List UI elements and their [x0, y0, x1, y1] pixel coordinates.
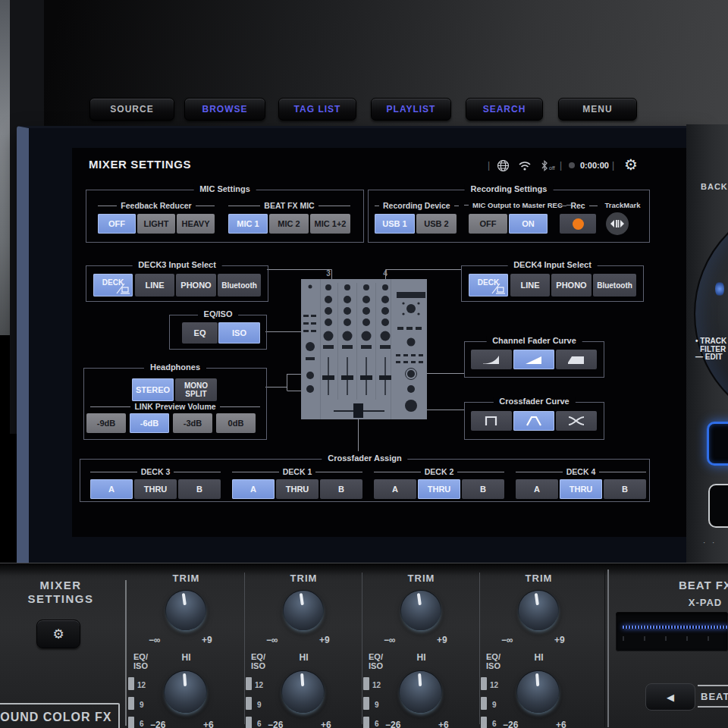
track-filter-edit-label: • TRACK FILTER — EDIT: [695, 337, 726, 362]
trackmark-title: TrackMark: [601, 201, 645, 209]
trim-knob[interactable]: [281, 588, 326, 633]
channel-fader-curve-section: Channel Fader Curve: [464, 341, 604, 378]
mic-out-on-button[interactable]: ON: [509, 214, 548, 234]
deck-select-button[interactable]: [708, 484, 728, 528]
deck-select-button-lit[interactable]: [707, 422, 728, 466]
browse-button[interactable]: BROWSE: [184, 98, 265, 121]
iso-button[interactable]: ISO: [218, 322, 260, 344]
trim-knob[interactable]: [399, 588, 444, 633]
mono-split-button[interactable]: MONO SPLIT: [175, 378, 217, 401]
mic2-button[interactable]: MIC 2: [269, 214, 309, 234]
link-vol-6db-button[interactable]: -6dB: [130, 413, 169, 433]
rec-button[interactable]: [560, 214, 596, 234]
mic1-2-button[interactable]: MIC 1+2: [310, 214, 350, 234]
link-vol-9db-button[interactable]: -9dB: [86, 413, 126, 433]
mic-settings-section: MIC Settings Feedback Reducer OFF LIGHT …: [86, 190, 364, 243]
section-title: Crossfader Curve: [493, 397, 575, 406]
headphones-section: Headphones STEREO MONO SPLIT LINK Previe…: [83, 368, 267, 440]
xfa-deck3-title: DECK 3: [90, 467, 221, 476]
bluetooth-icon[interactable]: off: [541, 158, 555, 172]
feedback-light-button[interactable]: LIGHT: [137, 214, 175, 234]
trim-knob[interactable]: [516, 588, 561, 633]
section-title: EQ/ISO: [198, 309, 239, 318]
beat-left-button[interactable]: ◀: [645, 683, 695, 711]
x-pad-touch-strip[interactable]: [616, 612, 728, 651]
trim-knob[interactable]: [164, 588, 209, 633]
x-pad-leds: [623, 626, 728, 629]
level-meter: [128, 677, 134, 728]
xfa-deck4-thru-button[interactable]: THRU: [560, 479, 602, 499]
xfa-deck4-b-button[interactable]: B: [604, 479, 646, 499]
eq-button[interactable]: EQ: [182, 322, 218, 344]
fader-curve-flat-button[interactable]: [556, 350, 597, 369]
globe-icon[interactable]: [497, 158, 510, 172]
xfa-deck4-a-button[interactable]: A: [516, 479, 558, 499]
wifi-icon[interactable]: [518, 158, 532, 172]
xfa-deck3-a-button[interactable]: A: [90, 479, 133, 499]
trackmark-button[interactable]: [606, 212, 629, 235]
crossfader-assign-section: Crossfader Assign DECK 3 A THRU B DECK 1…: [80, 459, 650, 502]
xfa-deck3-thru-button[interactable]: THRU: [134, 479, 177, 499]
xfa-deck1-b-button[interactable]: B: [320, 479, 362, 499]
mixer-deck: MIXER SETTINGS ⚙ TRIM −∞ +9 EQ/ISO HI 12…: [0, 563, 728, 728]
mixer-settings-label: MIXER SETTINGS: [14, 579, 108, 606]
xfa-deck2-b-button[interactable]: B: [462, 479, 504, 499]
mic-out-off-button[interactable]: OFF: [469, 214, 507, 234]
feedback-off-button[interactable]: OFF: [98, 214, 136, 234]
deck4-deck-button[interactable]: DECK: [469, 274, 508, 297]
screen-header: MIXER SETTINGS | off | 0:00:00 | ⚙: [72, 148, 686, 183]
exp-curve-icon: [482, 353, 501, 366]
xfa-deck1-a-button[interactable]: A: [232, 479, 275, 499]
section-title: Channel Fader Curve: [486, 336, 582, 345]
source-button[interactable]: SOURCE: [89, 98, 174, 121]
menu-button[interactable]: MENU: [558, 98, 637, 121]
recording-time: 0:00:00: [580, 158, 609, 172]
deck3-deck-button[interactable]: DECK: [93, 274, 133, 297]
xf-curve-smooth-button[interactable]: [513, 411, 554, 431]
deck4-line-button[interactable]: LINE: [510, 274, 550, 297]
xfa-deck2-thru-button[interactable]: THRU: [418, 479, 460, 499]
xfa-deck2-a-button[interactable]: A: [374, 479, 416, 499]
usb1-button[interactable]: USB 1: [375, 214, 415, 234]
deck3-line-button[interactable]: LINE: [135, 274, 174, 297]
sound-color-fx-label: SOUND COLOR FX: [0, 703, 120, 728]
touchscreen[interactable]: MIXER SETTINGS | off | 0:00:00 | ⚙ 3 4: [72, 148, 686, 537]
xf-curve-cross-button[interactable]: [556, 411, 597, 431]
deck3-input-section: DECK3 Input Select DECK LINE PHONO Bluet…: [86, 265, 268, 302]
stereo-button[interactable]: STEREO: [132, 378, 174, 401]
usb2-button[interactable]: USB 2: [416, 214, 457, 234]
channel-strip-4: TRIM −∞ +9 EQ/ISO HI 12 9 6 −26 +6: [480, 563, 598, 728]
xf-curve-sharp-button[interactable]: [471, 411, 512, 431]
search-button[interactable]: SEARCH: [466, 98, 543, 121]
right-hardware-panel: BACK • TRACK FILTER — EDIT · ·: [686, 124, 728, 563]
eq-hi-knob[interactable]: [516, 670, 560, 714]
mic-output-title: MIC Output to Master REC: [464, 201, 552, 209]
link-vol-0db-button[interactable]: 0dB: [216, 413, 256, 433]
deck4-bluetooth-button[interactable]: Bluetooth: [593, 274, 636, 297]
beat-fx-mic-title: BEAT FX MIC: [228, 201, 350, 210]
recording-device-title: Recording Device: [375, 201, 457, 210]
deck3-bluetooth-button[interactable]: Bluetooth: [218, 274, 261, 297]
xfa-deck1-thru-button[interactable]: THRU: [276, 479, 318, 499]
settings-gear-icon[interactable]: ⚙: [624, 155, 638, 174]
mic1-button[interactable]: MIC 1: [228, 214, 268, 234]
playlist-button[interactable]: PLAYLIST: [371, 98, 451, 121]
back-button[interactable]: BACK: [701, 182, 728, 191]
cross-mix-icon: [566, 415, 586, 427]
mixer-settings-button[interactable]: ⚙: [36, 620, 80, 648]
feedback-heavy-button[interactable]: HEAVY: [177, 214, 215, 234]
deck3-phono-button[interactable]: PHONO: [176, 274, 216, 297]
xfa-deck3-b-button[interactable]: B: [178, 479, 221, 499]
fader-curve-exp-button[interactable]: [471, 350, 512, 369]
link-vol-3db-button[interactable]: -3dB: [173, 413, 212, 433]
channel-3-label: 3: [326, 269, 331, 278]
deck4-phono-button[interactable]: PHONO: [551, 274, 592, 297]
eq-hi-knob[interactable]: [163, 670, 208, 714]
tag-list-button[interactable]: TAG LIST: [278, 98, 356, 121]
rotary-selector-knob[interactable]: [694, 199, 728, 429]
fader-curve-linear-button[interactable]: [513, 350, 554, 369]
status-separator: |: [488, 158, 490, 172]
level-meter: [481, 677, 487, 728]
eq-hi-knob[interactable]: [398, 670, 443, 714]
eq-hi-knob[interactable]: [281, 670, 325, 714]
